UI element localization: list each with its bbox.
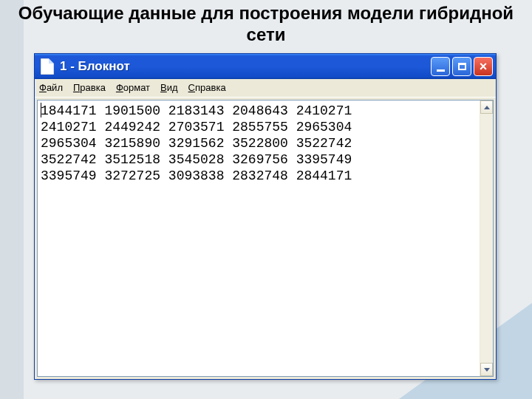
notepad-window: 1 - Блокнот × Файл Правка Формат Вид Спр…: [34, 53, 497, 380]
minimize-icon: [437, 69, 445, 72]
slide-bg-stripe: [0, 0, 24, 399]
text-area[interactable]: 1844171 1901500 2183143 2048643 2410271 …: [38, 100, 480, 376]
maximize-icon: [458, 63, 466, 70]
client-area: 1844171 1901500 2183143 2048643 2410271 …: [37, 100, 494, 377]
menu-help[interactable]: Справка: [188, 82, 226, 93]
chevron-up-icon: [484, 106, 490, 109]
menu-format[interactable]: Формат: [116, 82, 150, 93]
menu-file[interactable]: Файл: [39, 82, 63, 93]
window-title: 1 - Блокнот: [60, 59, 431, 74]
menu-edit[interactable]: Правка: [73, 82, 106, 93]
titlebar[interactable]: 1 - Блокнот ×: [35, 54, 496, 79]
vertical-scrollbar[interactable]: [480, 100, 493, 376]
close-button[interactable]: ×: [474, 57, 493, 76]
text-caret: [41, 103, 41, 117]
minimize-button[interactable]: [431, 57, 450, 76]
chevron-down-icon: [484, 368, 490, 372]
window-controls: ×: [431, 57, 493, 76]
menu-view[interactable]: Вид: [160, 82, 178, 93]
scroll-down-button[interactable]: [480, 363, 493, 376]
maximize-button[interactable]: [452, 57, 471, 76]
close-icon: ×: [480, 60, 488, 73]
menubar: Файл Правка Формат Вид Справка: [35, 79, 496, 98]
slide-title: Обучающие данные для построения модели г…: [0, 3, 532, 46]
text-content: 1844171 1901500 2183143 2048643 2410271 …: [41, 103, 352, 183]
scroll-up-button[interactable]: [480, 100, 493, 114]
notepad-icon: [41, 58, 54, 75]
